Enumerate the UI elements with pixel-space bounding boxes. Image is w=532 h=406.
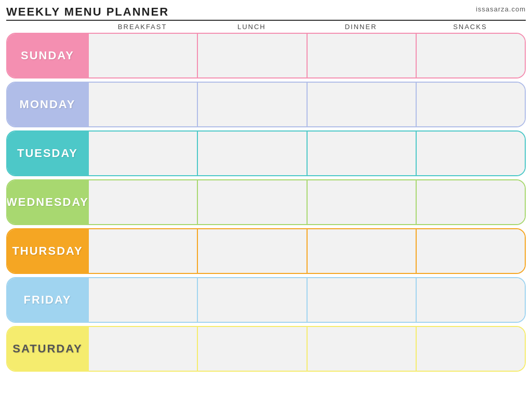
col-lunch: Lunch	[197, 23, 306, 31]
page-title: Weekly Menu Planner	[6, 5, 169, 19]
input-saturday-dinner[interactable]	[308, 327, 416, 371]
input-wednesday-lunch[interactable]	[198, 180, 306, 224]
cell-wednesday-snacks[interactable]	[416, 180, 525, 224]
day-label-monday: Monday	[7, 83, 88, 126]
input-saturday-snacks[interactable]	[417, 327, 525, 371]
cell-monday-breakfast[interactable]	[88, 83, 197, 126]
cell-thursday-snacks[interactable]	[416, 229, 525, 273]
input-monday-dinner[interactable]	[308, 83, 416, 126]
day-row-friday: Friday	[6, 277, 526, 323]
site-url: issasarza.com	[476, 5, 526, 13]
day-row-sunday: Sunday	[6, 33, 526, 78]
input-tuesday-breakfast[interactable]	[89, 132, 197, 175]
input-sunday-snacks[interactable]	[417, 34, 525, 77]
cell-saturday-breakfast[interactable]	[88, 327, 197, 371]
input-thursday-lunch[interactable]	[198, 229, 306, 273]
planner-rows: SundayMondayTuesdayWednesdayThursdayFrid…	[6, 33, 526, 372]
cell-thursday-lunch[interactable]	[197, 229, 306, 273]
day-label-saturday: Saturday	[7, 327, 88, 371]
input-saturday-lunch[interactable]	[198, 327, 306, 371]
cell-friday-dinner[interactable]	[307, 278, 416, 322]
day-row-monday: Monday	[6, 82, 526, 127]
cell-monday-snacks[interactable]	[416, 83, 525, 126]
cell-thursday-dinner[interactable]	[307, 229, 416, 273]
day-label-thursday: Thursday	[7, 229, 88, 273]
cell-friday-breakfast[interactable]	[88, 278, 197, 322]
input-saturday-breakfast[interactable]	[89, 327, 197, 371]
cell-saturday-snacks[interactable]	[416, 327, 525, 371]
input-thursday-dinner[interactable]	[308, 229, 416, 273]
col-breakfast: Breakfast	[88, 23, 197, 31]
cell-monday-dinner[interactable]	[307, 83, 416, 126]
page-header: Weekly Menu Planner issasarza.com	[6, 5, 526, 19]
day-row-saturday: Saturday	[6, 326, 526, 372]
cell-wednesday-lunch[interactable]	[197, 180, 306, 224]
cell-tuesday-dinner[interactable]	[307, 132, 416, 175]
cell-wednesday-breakfast[interactable]	[88, 180, 197, 224]
day-row-tuesday: Tuesday	[6, 130, 526, 176]
input-wednesday-breakfast[interactable]	[89, 180, 197, 224]
cell-sunday-breakfast[interactable]	[88, 34, 197, 77]
input-friday-snacks[interactable]	[417, 278, 525, 322]
input-thursday-breakfast[interactable]	[89, 229, 197, 273]
cell-tuesday-snacks[interactable]	[416, 132, 525, 175]
cell-thursday-breakfast[interactable]	[88, 229, 197, 273]
col-snacks: Snacks	[416, 23, 525, 31]
cell-tuesday-breakfast[interactable]	[88, 132, 197, 175]
cell-tuesday-lunch[interactable]	[197, 132, 306, 175]
header-divider	[6, 20, 526, 21]
input-monday-snacks[interactable]	[417, 83, 525, 126]
day-label-sunday: Sunday	[7, 34, 88, 77]
input-monday-lunch[interactable]	[198, 83, 306, 126]
cell-friday-snacks[interactable]	[416, 278, 525, 322]
input-monday-breakfast[interactable]	[89, 83, 197, 126]
input-tuesday-lunch[interactable]	[198, 132, 306, 175]
cell-friday-lunch[interactable]	[197, 278, 306, 322]
day-row-thursday: Thursday	[6, 228, 526, 274]
column-headers: Breakfast Lunch Dinner Snacks	[6, 23, 526, 31]
col-dinner: Dinner	[307, 23, 416, 31]
cell-sunday-snacks[interactable]	[416, 34, 525, 77]
input-sunday-breakfast[interactable]	[89, 34, 197, 77]
input-friday-breakfast[interactable]	[89, 278, 197, 322]
input-tuesday-dinner[interactable]	[308, 132, 416, 175]
input-friday-lunch[interactable]	[198, 278, 306, 322]
cell-sunday-lunch[interactable]	[197, 34, 306, 77]
cell-saturday-dinner[interactable]	[307, 327, 416, 371]
input-friday-dinner[interactable]	[308, 278, 416, 322]
day-label-friday: Friday	[7, 278, 88, 322]
day-label-wednesday: Wednesday	[7, 180, 88, 224]
input-thursday-snacks[interactable]	[417, 229, 525, 273]
cell-monday-lunch[interactable]	[197, 83, 306, 126]
cell-sunday-dinner[interactable]	[307, 34, 416, 77]
input-sunday-lunch[interactable]	[198, 34, 306, 77]
cell-wednesday-dinner[interactable]	[307, 180, 416, 224]
input-wednesday-dinner[interactable]	[308, 180, 416, 224]
input-sunday-dinner[interactable]	[308, 34, 416, 77]
col-empty	[7, 23, 88, 31]
day-label-tuesday: Tuesday	[7, 132, 88, 175]
cell-saturday-lunch[interactable]	[197, 327, 306, 371]
day-row-wednesday: Wednesday	[6, 179, 526, 225]
input-wednesday-snacks[interactable]	[417, 180, 525, 224]
input-tuesday-snacks[interactable]	[417, 132, 525, 175]
